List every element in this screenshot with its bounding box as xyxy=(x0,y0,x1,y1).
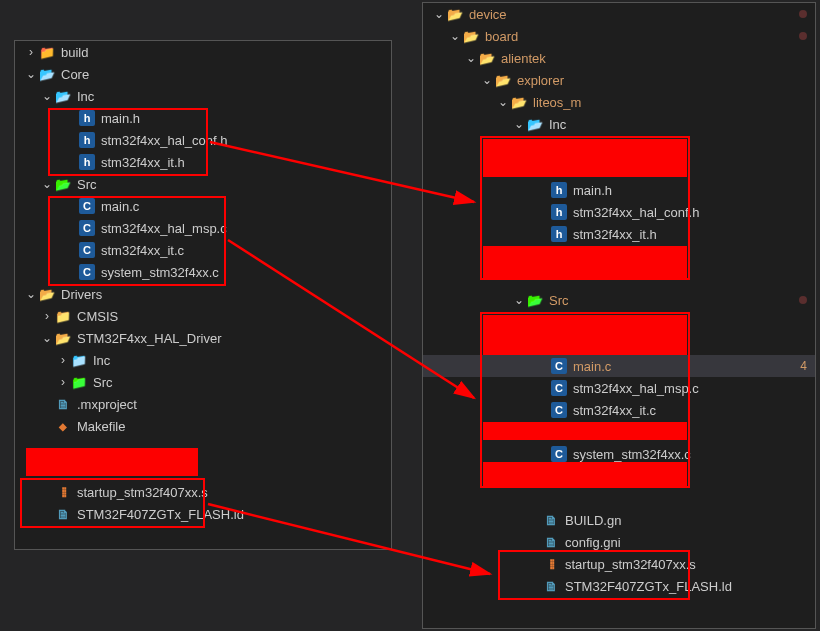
folder-open-icon xyxy=(55,330,71,346)
chevron-down-icon[interactable]: ⌄ xyxy=(23,287,39,301)
tree-row[interactable]: ⌄device xyxy=(423,3,815,25)
tree-label: stm32f4xx_it.c xyxy=(101,243,383,258)
chevron-down-icon[interactable]: ⌄ xyxy=(495,95,511,109)
tree-label: stm32f4xx_it.c xyxy=(573,403,807,418)
h-file-icon xyxy=(79,154,95,170)
c-file-icon xyxy=(79,242,95,258)
ld-file-icon xyxy=(543,578,559,594)
tree-row[interactable]: Makefile xyxy=(15,415,391,437)
h-file-icon xyxy=(551,182,567,198)
tree-label: Src xyxy=(549,293,807,308)
folder-open-icon xyxy=(39,286,55,302)
tree-label: main.h xyxy=(101,111,383,126)
tree-row[interactable]: ›Inc xyxy=(15,349,391,371)
chevron-right-icon[interactable]: › xyxy=(55,375,71,389)
chevron-down-icon[interactable]: ⌄ xyxy=(23,67,39,81)
chevron-down-icon[interactable]: ⌄ xyxy=(511,117,527,131)
tree-row[interactable]: ⌄explorer xyxy=(423,69,815,91)
tree-row[interactable]: ⌄Drivers xyxy=(15,283,391,305)
tree-row[interactable]: ⌄Src xyxy=(15,173,391,195)
tree-row[interactable]: stm32f4xx_hal_msp.c xyxy=(423,377,815,399)
tree-row[interactable]: ⌄liteos_m xyxy=(423,91,815,113)
tree-row[interactable]: main.h xyxy=(15,107,391,129)
tree-label: .mxproject xyxy=(77,397,383,412)
tree-row[interactable]: startup_stm32f407xx.s xyxy=(423,553,815,575)
chevron-down-icon[interactable]: ⌄ xyxy=(39,89,55,103)
tree-row[interactable]: stm32f4xx_it.h xyxy=(15,151,391,173)
chevron-down-icon[interactable]: ⌄ xyxy=(447,29,463,43)
tree-row[interactable]: ⌄Src xyxy=(423,289,815,311)
tree-row[interactable]: stm32f4xx_hal_msp.c xyxy=(15,217,391,239)
tree-label: board xyxy=(485,29,807,44)
tree-row[interactable]: BUILD.gn xyxy=(423,509,815,531)
highlight-fill xyxy=(26,448,198,476)
folder-green-open-icon xyxy=(55,176,71,192)
tree-row[interactable]: .mxproject xyxy=(15,393,391,415)
highlight-fill xyxy=(483,422,687,440)
c-file-icon xyxy=(551,402,567,418)
chevron-down-icon[interactable]: ⌄ xyxy=(479,73,495,87)
h-file-icon xyxy=(79,132,95,148)
c-file-icon xyxy=(551,358,567,374)
tree-label: startup_stm32f407xx.s xyxy=(565,557,807,572)
tree-label: explorer xyxy=(517,73,807,88)
h-file-icon xyxy=(551,204,567,220)
tree-row[interactable]: ›Src xyxy=(15,371,391,393)
tree-row[interactable]: main.c xyxy=(15,195,391,217)
tree-row[interactable]: stm32f4xx_it.c xyxy=(15,239,391,261)
modified-dot-icon xyxy=(799,10,807,18)
tree-row[interactable]: ⌄Core xyxy=(15,63,391,85)
problem-count-badge: 4 xyxy=(794,359,807,373)
tree-label: CMSIS xyxy=(77,309,383,324)
tree-row[interactable]: main.h xyxy=(423,179,815,201)
tree-row[interactable]: STM32F407ZGTx_FLASH.ld xyxy=(15,503,391,525)
tree-label: STM32F407ZGTx_FLASH.ld xyxy=(77,507,383,522)
h-file-icon xyxy=(551,226,567,242)
tree-label: config.gni xyxy=(565,535,807,550)
chevron-right-icon[interactable]: › xyxy=(39,309,55,323)
tree-row[interactable]: startup_stm32f407xx.s xyxy=(15,481,391,503)
chevron-right-icon[interactable]: › xyxy=(23,45,39,59)
tree-row[interactable]: ⌄STM32F4xx_HAL_Driver xyxy=(15,327,391,349)
tree-row[interactable]: ›build xyxy=(15,41,391,63)
c-file-icon xyxy=(79,220,95,236)
c-file-icon xyxy=(79,264,95,280)
tree-row[interactable]: system_stm32f4xx.c xyxy=(15,261,391,283)
tree-row[interactable]: ⌄alientek xyxy=(423,47,815,69)
tree-label: Inc xyxy=(77,89,383,104)
folder-blue-open-icon xyxy=(39,66,55,82)
s-file-icon xyxy=(55,484,71,500)
tree-row[interactable]: ⌄board xyxy=(423,25,815,47)
tree-label: Inc xyxy=(549,117,807,132)
folder-green-icon xyxy=(71,374,87,390)
chevron-down-icon[interactable]: ⌄ xyxy=(431,7,447,21)
tree-row[interactable]: STM32F407ZGTx_FLASH.ld xyxy=(423,575,815,597)
modified-dot-icon xyxy=(799,296,807,304)
tree-label: system_stm32f4xx.c xyxy=(573,447,807,462)
tree-row[interactable]: stm32f4xx_hal_conf.h xyxy=(15,129,391,151)
tree-label: stm32f4xx_hal_conf.h xyxy=(101,133,383,148)
tree-row[interactable]: main.c4 xyxy=(423,355,815,377)
tree-row[interactable]: stm32f4xx_it.h xyxy=(423,223,815,245)
chevron-down-icon[interactable]: ⌄ xyxy=(511,293,527,307)
chevron-down-icon[interactable]: ⌄ xyxy=(463,51,479,65)
tree-label: main.h xyxy=(573,183,807,198)
tree-row[interactable]: stm32f4xx_hal_conf.h xyxy=(423,201,815,223)
tree-row[interactable]: ⌄Inc xyxy=(423,113,815,135)
tree-row[interactable] xyxy=(423,487,815,509)
tree-row[interactable]: stm32f4xx_it.c xyxy=(423,399,815,421)
h-file-icon xyxy=(79,110,95,126)
chevron-down-icon[interactable]: ⌄ xyxy=(39,331,55,345)
highlight-fill xyxy=(483,246,687,278)
chevron-down-icon[interactable]: ⌄ xyxy=(39,177,55,191)
tree-row[interactable]: ›CMSIS xyxy=(15,305,391,327)
tree-row[interactable]: config.gni xyxy=(423,531,815,553)
tree-label: stm32f4xx_it.h xyxy=(101,155,383,170)
folder-open-icon xyxy=(447,6,463,22)
tree-label: alientek xyxy=(501,51,807,66)
tree-row[interactable]: ⌄Inc xyxy=(15,85,391,107)
chevron-right-icon[interactable]: › xyxy=(55,353,71,367)
folder-blue-open-icon xyxy=(527,116,543,132)
c-file-icon xyxy=(551,446,567,462)
tree-label: stm32f4xx_hal_msp.c xyxy=(573,381,807,396)
